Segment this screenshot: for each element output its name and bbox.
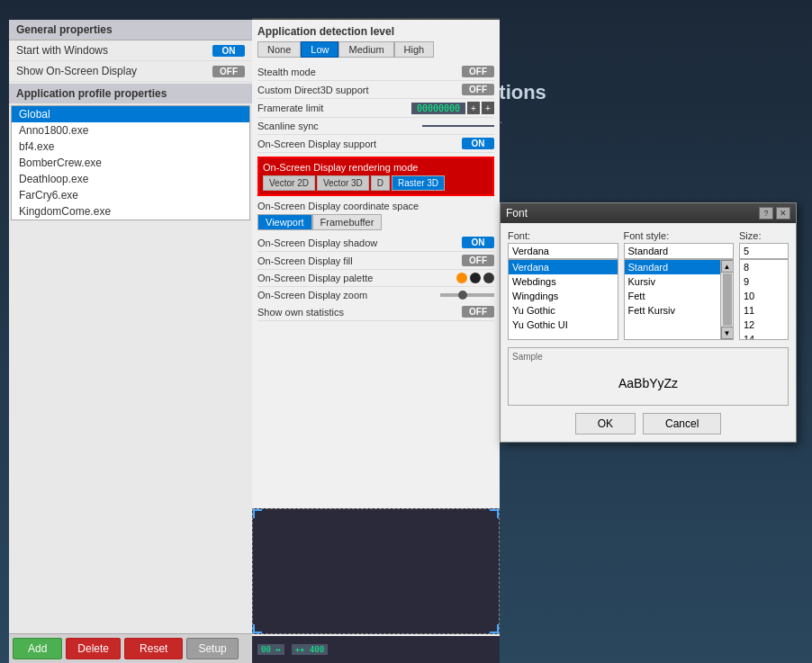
show-own-stats-toggle[interactable]: OFF (462, 306, 494, 318)
font-size-list[interactable]: 8 9 10 11 12 14 16 (739, 259, 789, 340)
start-with-windows-toggle[interactable]: ON (212, 45, 245, 57)
color-dot-orange[interactable] (456, 273, 467, 283)
framebuffer-button[interactable]: Framebuffer (312, 214, 383, 230)
style-kursiv[interactable]: Kursiv (625, 274, 734, 289)
style-fett-kursiv[interactable]: Fett Kursiv (625, 303, 734, 318)
palette-colors (456, 273, 494, 283)
zoom-thumb (458, 291, 467, 300)
vector-3d-button[interactable]: Vector 3D (317, 175, 369, 191)
status-display-left: 00 ↔ (257, 644, 284, 655)
size-12[interactable]: 12 (740, 318, 788, 332)
framerate-label: Framerate limit (257, 103, 323, 113)
scroll-down-arrow[interactable]: ▼ (721, 327, 734, 339)
font-size-input[interactable] (739, 243, 789, 259)
add-button[interactable]: Add (13, 638, 62, 659)
style-list-scrollbar[interactable]: ▲ ▼ (720, 260, 733, 339)
profile-list: Global Anno1800.exe bf4.exe BomberCrew.e… (11, 105, 250, 220)
profile-item-bf4[interactable]: bf4.exe (12, 139, 249, 155)
font-list-item-yugothicui[interactable]: Yu Gothic UI (509, 318, 618, 332)
osd-fill-label: On-Screen Display fill (257, 255, 353, 266)
custom-d3d-row: Custom Direct3D support OFF (257, 81, 494, 99)
size-8[interactable]: 8 (740, 260, 788, 274)
detection-low-button[interactable]: Low (301, 41, 338, 58)
status-bar: 00 ↔ ++ 400 (252, 636, 500, 663)
profile-item-bombercrew[interactable]: BomberCrew.exe (12, 155, 249, 171)
style-standard[interactable]: Standard (625, 260, 734, 274)
font-cancel-button[interactable]: Cancel (643, 413, 721, 435)
delete-button[interactable]: Delete (66, 638, 121, 659)
font-style-list[interactable]: Standard Kursiv Fett Fett Kursiv ▲ ▼ (624, 259, 735, 340)
reset-button[interactable]: Reset (124, 638, 183, 659)
font-ok-button[interactable]: OK (575, 413, 636, 435)
scroll-thumb (723, 273, 732, 326)
detection-label: Application detection level (257, 25, 494, 38)
font-list-item-webdings[interactable]: Webdings (509, 274, 618, 289)
general-properties-header: General properties (9, 20, 252, 40)
font-dialog-help-button[interactable]: ? (759, 207, 773, 220)
scroll-up-arrow[interactable]: ▲ (721, 260, 734, 273)
profile-item-kingdomcome[interactable]: KingdomCome.exe (12, 203, 249, 220)
osd-zoom-label: On-Screen Display zoom (257, 290, 433, 300)
detection-section: Application detection level None Low Med… (257, 25, 494, 58)
osd-support-toggle[interactable]: ON (462, 138, 494, 149)
detection-high-button[interactable]: High (394, 41, 435, 58)
font-dialog-close-button[interactable]: ✕ (776, 207, 790, 220)
detection-none-button[interactable]: None (257, 41, 301, 58)
size-9[interactable]: 9 (740, 274, 788, 289)
font-dialog: Font ? ✕ Font: Verdana Webdings Wingding… (500, 202, 797, 443)
osd-fill-toggle[interactable]: OFF (462, 255, 494, 266)
framerate-input[interactable]: 00000000 (411, 103, 465, 114)
osd-palette-label: On-Screen Display palette (257, 273, 373, 283)
sample-text: AaBbYyZz (512, 365, 784, 401)
show-osd-toggle[interactable]: OFF (212, 66, 245, 77)
vector-2d-button[interactable]: Vector 2D (263, 175, 315, 191)
osd-shadow-toggle[interactable]: ON (462, 237, 494, 248)
framerate-row: Framerate limit 00000000 + + (257, 99, 494, 118)
font-list[interactable]: Verdana Webdings Wingdings Yu Gothic Yu … (508, 259, 618, 340)
custom-d3d-toggle[interactable]: OFF (462, 84, 494, 95)
osd-shadow-label: On-Screen Display shadow (257, 237, 377, 248)
viewport-button[interactable]: Viewport (257, 214, 312, 230)
color-dot-black2[interactable] (483, 273, 494, 283)
font-size-label: Size: (739, 230, 789, 241)
profile-item-deathloop[interactable]: Deathloop.exe (12, 171, 249, 187)
start-with-windows-row: Start with Windows ON (9, 40, 252, 61)
font-name-input[interactable] (508, 243, 618, 259)
framerate-plus-button[interactable]: + (467, 102, 480, 114)
show-osd-row: Show On-Screen Display OFF (9, 61, 252, 82)
render-mode-section: On-Screen Display rendering mode Vector … (257, 157, 494, 196)
detection-buttons: None Low Medium High (257, 41, 494, 58)
stealth-mode-row: Stealth mode OFF (257, 63, 494, 81)
profile-item-farcry6[interactable]: FarCry6.exe (12, 187, 249, 203)
profile-item-anno1800[interactable]: Anno1800.exe (12, 122, 249, 139)
preview-area (252, 508, 500, 634)
font-list-item-verdana[interactable]: Verdana (509, 260, 618, 274)
stealth-mode-toggle[interactable]: OFF (462, 66, 494, 77)
custom-d3d-label: Custom Direct3D support (257, 85, 369, 95)
font-list-item-yugothic[interactable]: Yu Gothic (509, 303, 618, 318)
color-dot-black1[interactable] (470, 273, 481, 283)
framerate-minus-button[interactable]: + (482, 102, 494, 114)
raster-3d-button[interactable]: Raster 3D (392, 175, 445, 191)
sample-section: Sample AaBbYyZz (508, 347, 789, 406)
size-14[interactable]: 14 (740, 332, 788, 340)
corner-top-left (253, 509, 262, 518)
size-10[interactable]: 10 (740, 289, 788, 303)
size-11[interactable]: 11 (740, 303, 788, 318)
bottom-buttons: Add Delete Reset Setup (9, 633, 252, 663)
setup-button[interactable]: Setup (186, 638, 238, 659)
font-style-input[interactable] (624, 243, 735, 259)
style-fett[interactable]: Fett (625, 289, 734, 303)
font-dialog-buttons: OK Cancel (508, 413, 789, 435)
zoom-slider[interactable] (440, 293, 494, 297)
d-button[interactable]: D (371, 175, 390, 191)
font-list-item-wingdings[interactable]: Wingdings (509, 289, 618, 303)
detection-medium-button[interactable]: Medium (338, 41, 393, 58)
font-size-col: Size: 8 9 10 11 12 14 16 (739, 230, 789, 340)
corner-top-right (490, 509, 499, 518)
scanline-input[interactable] (422, 125, 494, 127)
font-style-label: Font style: (624, 230, 735, 241)
font-dialog-title-buttons: ? ✕ (759, 207, 790, 220)
coord-section: On-Screen Display coordinate space Viewp… (257, 200, 494, 230)
profile-item-global[interactable]: Global (12, 106, 249, 122)
